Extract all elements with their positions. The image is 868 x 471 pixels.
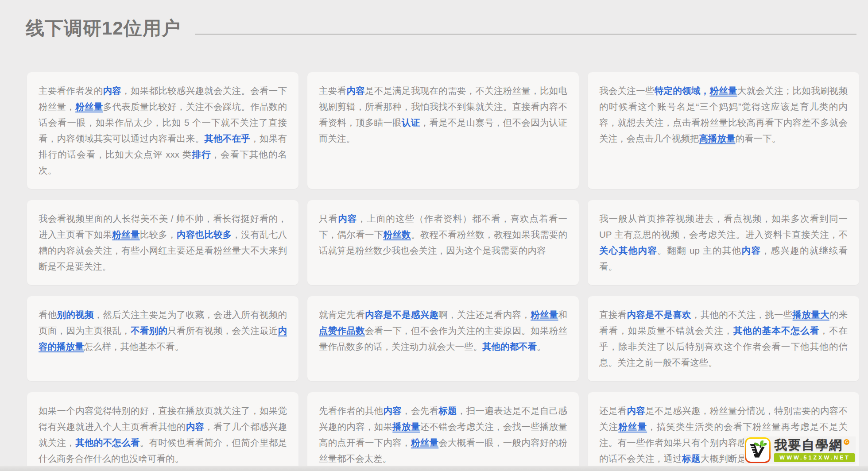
user-quote-card: 主要看作者发的内容，如果都比较感兴趣就会关注。会看一下粉丝量，粉丝量多代表质量比… bbox=[27, 72, 298, 189]
quote-highlight: 内容 bbox=[103, 85, 122, 96]
quote-segment: ，其他的不关注，挑一些 bbox=[691, 309, 793, 320]
site-url: WWW.51ZXW.NET bbox=[774, 453, 855, 462]
quote-text: 我一般从首页推荐视频进去，看点视频，如果多次看到同一 UP 主有意思的视频，会考… bbox=[599, 211, 848, 274]
quote-highlight: 粉丝量 bbox=[709, 85, 737, 96]
quote-highlight: 不看别的 bbox=[131, 325, 167, 336]
quote-highlight: 认证 bbox=[402, 117, 420, 127]
quote-highlight: 内容是不是感兴趣 bbox=[365, 309, 438, 320]
quote-highlight: 特定的领域， bbox=[655, 85, 710, 96]
quote-segment: 还是看 bbox=[599, 405, 627, 416]
quote-segment: 看他 bbox=[39, 309, 57, 320]
quote-text: 如果一个内容觉得特别的好，直接在播放页就关注了，如果觉得有兴趣就进入个人主页看看… bbox=[39, 403, 287, 467]
quote-segment: 主要看作者发的 bbox=[39, 85, 103, 96]
quote-text: 就肯定先看内容是不是感兴趣啊，关注还是看内容，粉丝量和点赞作品数会看一下，但不会… bbox=[319, 307, 567, 355]
quote-highlight: 粉丝量 bbox=[112, 229, 140, 239]
quote-segment: 比较多， bbox=[140, 229, 177, 239]
quote-highlight: 内容是不是喜欢 bbox=[627, 309, 691, 320]
page-title: 线下调研12位用户 bbox=[26, 18, 181, 39]
user-quote-card: 只看内容，上面的这些（作者资料）都不看，喜欢点着看一下，偶尔看一下粉丝数。教程不… bbox=[307, 200, 579, 285]
quote-highlight: 播放量大 bbox=[793, 309, 829, 320]
quote-text: 我会看视频里面的人长得美不美 / 帅不帅，看长得挺好看的，进入主页看下如果粉丝量… bbox=[39, 211, 287, 274]
quote-segment: 啊，关注还是看内容， bbox=[438, 309, 531, 320]
page-header: 线下调研12位用户 bbox=[26, 18, 856, 39]
quote-segment: 只看所有视频，会关注最近 bbox=[167, 325, 278, 336]
quote-highlight: 其他的都不看 bbox=[482, 341, 537, 351]
quote-text: 直接看内容是不是喜欢，其他的不关注，挑一些播放量大的来看看，如果质量不错就会关注… bbox=[599, 307, 848, 371]
user-quote-card: 我会关注一些特定的领域，粉丝量大就会关注；比如我刷视频的时候看这个账号名是“三个… bbox=[588, 72, 859, 189]
quote-segment: ，会先看 bbox=[402, 405, 438, 416]
quote-highlight: 点赞作品数 bbox=[319, 325, 365, 336]
cards-grid: 主要看作者发的内容，如果都比较感兴趣就会关注。会看一下粉丝量，粉丝量多代表质量比… bbox=[27, 72, 859, 471]
quote-highlight: 粉丝量 bbox=[618, 421, 647, 432]
quote-highlight: 内容 bbox=[346, 85, 365, 96]
user-quote-card: 我会看视频里面的人长得美不美 / 帅不帅，看长得挺好看的，进入主页看下如果粉丝量… bbox=[27, 200, 298, 285]
quote-highlight: 内容 bbox=[186, 421, 205, 432]
bottom-edge-strip bbox=[0, 466, 868, 471]
quote-segment: 。 bbox=[537, 341, 546, 351]
quote-highlight: 其他的基本不怎么看 bbox=[733, 325, 820, 336]
site-logo-watermark: 我要自學網 C WWW.51ZXW.NET bbox=[744, 436, 856, 464]
quote-segment: 的看一下。 bbox=[736, 133, 781, 143]
quote-highlight: 别的视频 bbox=[57, 309, 94, 320]
quote-segment: 和 bbox=[558, 309, 568, 320]
quote-highlight: 内容 bbox=[338, 213, 357, 224]
quote-highlight: 标题 bbox=[682, 453, 701, 463]
site-name: 我要自學網 bbox=[774, 438, 843, 452]
quote-highlight: 播放量 bbox=[392, 421, 420, 432]
quote-text: 主要看作者发的内容，如果都比较感兴趣就会关注。会看一下粉丝量，粉丝量多代表质量比… bbox=[39, 83, 287, 178]
quote-text: 看他别的视频，然后关注主要是为了收藏，会进入所有视频的页面，因为主页很乱，不看别… bbox=[39, 307, 287, 355]
quote-text: 我会关注一些特定的领域，粉丝量大就会关注；比如我刷视频的时候看这个账号名是“三个… bbox=[599, 83, 848, 147]
quote-segment: 先看作者的其他 bbox=[319, 405, 384, 416]
title-rule bbox=[195, 34, 856, 35]
quote-segment: 只看 bbox=[319, 213, 338, 224]
user-quote-card: 如果一个内容觉得特别的好，直接在播放页就关注了，如果觉得有兴趣就进入个人主页看看… bbox=[27, 392, 298, 471]
quote-segment: 主要看 bbox=[319, 85, 346, 96]
quote-segment: 怎么样，其他基本不看。 bbox=[84, 341, 184, 351]
logo-icon-background bbox=[746, 439, 769, 462]
user-quote-card: 看他别的视频，然后关注主要是为了收藏，会进入所有视频的页面，因为主页很乱，不看别… bbox=[27, 296, 298, 381]
quote-highlight: 内容 bbox=[742, 245, 761, 255]
user-quote-card: 直接看内容是不是喜欢，其他的不关注，挑一些播放量大的来看看，如果质量不错就会关注… bbox=[588, 296, 859, 381]
user-quote-card: 先看作者的其他内容，会先看标题，扫一遍表达是不是自己感兴趣的内容，如果播放量还不… bbox=[307, 392, 579, 471]
quote-highlight: 标题 bbox=[438, 405, 457, 416]
user-quote-card: 我一般从首页推荐视频进去，看点视频，如果多次看到同一 UP 主有意思的视频，会考… bbox=[588, 200, 859, 285]
quote-highlight: 粉丝量 bbox=[531, 309, 558, 320]
quote-highlight: 粉丝数 bbox=[384, 229, 411, 239]
user-quote-card: 就肯定先看内容是不是感兴趣啊，关注还是看内容，粉丝量和点赞作品数会看一下，但不会… bbox=[307, 296, 579, 381]
quote-highlight: 高播放量 bbox=[699, 133, 736, 143]
quote-segment: 。翻翻 up 主的其他 bbox=[657, 245, 741, 255]
copyright-badge-icon: C bbox=[844, 439, 849, 445]
quote-highlight: 内容 bbox=[627, 405, 645, 416]
quote-segment: 我会关注一些 bbox=[599, 85, 655, 96]
quote-highlight: 粉丝量 bbox=[411, 437, 438, 448]
quote-highlight: 粉丝量 bbox=[75, 101, 103, 112]
quote-highlight: 内容 bbox=[384, 405, 402, 416]
quote-text: 先看作者的其他内容，会先看标题，扫一遍表达是不是自己感兴趣的内容，如果播放量还不… bbox=[319, 403, 567, 467]
quote-highlight: 其他的不怎么看 bbox=[75, 437, 140, 448]
quote-highlight: 排行 bbox=[192, 149, 211, 159]
quote-highlight: 内容也比较多 bbox=[177, 229, 232, 239]
quote-text: 主要看内容是不是满足我现在的需要，不关注粉丝量，比如电视剧剪辑，所看那种，我怕我… bbox=[319, 83, 567, 147]
quote-segment: 我一般从首页推荐视频进去，看点视频，如果多次看到同一 UP 主有意思的视频，会考… bbox=[599, 213, 848, 239]
v-sprout-glyph bbox=[748, 440, 767, 460]
logo-text-block: 我要自學網 C WWW.51ZXW.NET bbox=[774, 438, 855, 462]
quote-highlight: 其他不在乎 bbox=[204, 133, 250, 143]
quote-segment: 直接看 bbox=[599, 309, 627, 320]
quote-segment: 就肯定先看 bbox=[319, 309, 365, 320]
user-quote-card: 主要看内容是不是满足我现在的需要，不关注粉丝量，比如电视剧剪辑，所看那种，我怕我… bbox=[307, 72, 579, 189]
v-sprout-logo-icon bbox=[745, 437, 771, 463]
logo-name-row: 我要自學網 C bbox=[774, 438, 849, 452]
quote-text: 只看内容，上面的这些（作者资料）都不看，喜欢点着看一下，偶尔看一下粉丝数。教程不… bbox=[319, 211, 567, 259]
quote-highlight: 关心其他内容 bbox=[599, 245, 657, 255]
